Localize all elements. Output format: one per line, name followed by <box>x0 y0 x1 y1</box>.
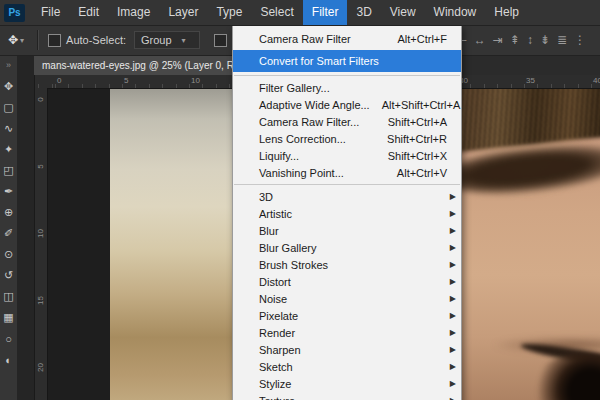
menu-item-label: Camera Raw Filter <box>259 33 385 45</box>
eraser-tool-icon[interactable]: ◫ <box>0 286 17 307</box>
menu-item-shortcut: Alt+Ctrl+V <box>397 167 447 179</box>
filter-menu-item[interactable]: Camera Raw FilterAlt+Ctrl+F <box>233 28 461 50</box>
ruler-tick-label: 0 <box>57 76 61 85</box>
ruler-tick-label: 10 <box>191 76 200 85</box>
menu-item-label: Noise <box>259 293 447 305</box>
tab-label: mans-watered-eyes.jpg @ 25% (Layer 0, RG… <box>42 60 248 71</box>
submenu-arrow-icon: ▶ <box>450 328 456 337</box>
filter-menu-item[interactable]: Camera Raw Filter...Shift+Ctrl+A <box>233 113 461 130</box>
align-vertical-centers-icon[interactable]: ↕ <box>527 34 533 46</box>
gradient-tool-icon[interactable]: ▦ <box>0 307 17 328</box>
filter-menu-item[interactable]: Blur Gallery▶ <box>233 239 461 256</box>
align-right-edges-icon[interactable]: ⇥ <box>493 34 503 46</box>
vertical-ruler[interactable]: 05101520 <box>34 88 48 400</box>
menubar-item-file[interactable]: File <box>32 0 69 25</box>
filter-menu-item[interactable]: Blur▶ <box>233 222 461 239</box>
filter-menu-item[interactable]: Vanishing Point...Alt+Ctrl+V <box>233 164 461 181</box>
filter-menu-item[interactable]: Convert for Smart Filters <box>233 50 461 72</box>
quick-selection-tool-icon[interactable]: ✦ <box>0 139 17 160</box>
menubar-item-filter[interactable]: Filter <box>303 0 348 25</box>
submenu-arrow-icon: ▶ <box>450 260 456 269</box>
filter-menu-item[interactable]: Liquify...Shift+Ctrl+X <box>233 147 461 164</box>
align-horizontal-centers-icon[interactable]: ↔ <box>474 34 486 46</box>
document-image-face-closeup <box>460 88 600 400</box>
move-tool-icon[interactable]: ✥ <box>0 76 17 97</box>
auto-select-label: Auto-Select: <box>66 34 126 46</box>
menu-item-label: Sharpen <box>259 344 447 356</box>
dodge-tool-icon[interactable]: ◐ <box>0 349 17 370</box>
collapse-panels-icon[interactable]: » <box>6 55 11 76</box>
menubar-item-3d[interactable]: 3D <box>347 0 380 25</box>
clone-stamp-tool-icon[interactable]: ⊙ <box>0 244 17 265</box>
eyedropper-tool-icon[interactable]: ✒ <box>0 181 17 202</box>
photoshop-window: 0510152025303540 05101520 »✥▢∿✦◰✒⊕✐⊙↺◫▦○… <box>0 0 600 400</box>
filter-menu-item[interactable]: Filter Gallery... <box>233 79 461 96</box>
menu-item-label: Liquify... <box>259 150 376 162</box>
auto-select-checkbox[interactable] <box>48 34 61 47</box>
submenu-arrow-icon: ▶ <box>450 379 456 388</box>
menu-item-label: Blur Gallery <box>259 242 447 254</box>
filter-menu-item[interactable]: 3D▶ <box>233 188 461 205</box>
tools-panel: »✥▢∿✦◰✒⊕✐⊙↺◫▦○◐ <box>0 55 18 400</box>
caret-down-icon: ▾ <box>20 36 24 45</box>
auto-select-mode-dropdown[interactable]: Group ▾ <box>134 31 200 49</box>
menu-item-label: Blur <box>259 225 447 237</box>
menu-item-label: 3D <box>259 191 447 203</box>
menubar: Ps FileEditImageLayerTypeSelectFilter3DV… <box>0 0 600 26</box>
blur-tool-icon[interactable]: ○ <box>0 328 17 349</box>
active-tool-indicator[interactable]: ✥ ▾ <box>0 33 30 47</box>
submenu-arrow-icon: ▶ <box>450 192 456 201</box>
menu-item-label: Texture <box>259 395 447 400</box>
menu-item-shortcut: Shift+Ctrl+X <box>388 150 447 162</box>
filter-menu-item[interactable]: Artistic▶ <box>233 205 461 222</box>
menu-item-label: Render <box>259 327 447 339</box>
filter-menu-item[interactable]: Stylize▶ <box>233 375 461 392</box>
align-bottom-edges-icon[interactable]: ⇟ <box>540 34 550 46</box>
filter-menu-item[interactable]: Sharpen▶ <box>233 341 461 358</box>
menu-item-label: Pixelate <box>259 310 447 322</box>
submenu-arrow-icon: ▶ <box>450 277 456 286</box>
show-transform-checkbox[interactable] <box>214 34 227 47</box>
filter-menu-item[interactable]: Texture▶ <box>233 392 461 400</box>
caret-down-icon: ▾ <box>182 36 186 45</box>
menubar-item-select[interactable]: Select <box>251 0 302 25</box>
ruler-tick-label: 35 <box>526 76 535 85</box>
align-top-edges-icon[interactable]: ⇞ <box>510 34 520 46</box>
menu-item-label: Brush Strokes <box>259 259 447 271</box>
history-brush-tool-icon[interactable]: ↺ <box>0 265 17 286</box>
menubar-item-layer[interactable]: Layer <box>159 0 207 25</box>
distribute-horizontal-icon[interactable]: ⋮ <box>574 34 586 46</box>
ruler-tick-label: 10 <box>36 227 45 240</box>
distribute-vertical-icon[interactable]: ≣ <box>557 34 567 46</box>
ruler-tick-label: 5 <box>124 76 128 85</box>
healing-brush-tool-icon[interactable]: ⊕ <box>0 202 17 223</box>
menubar-items: FileEditImageLayerTypeSelectFilter3DView… <box>32 0 528 25</box>
menu-item-shortcut: Shift+Ctrl+A <box>388 116 447 128</box>
menu-item-label: Camera Raw Filter... <box>259 116 376 128</box>
menubar-item-type[interactable]: Type <box>207 0 251 25</box>
align-icons-group: ⇤↔⇥⇞↕⇟≣⋮ <box>457 34 600 46</box>
filter-menu-item[interactable]: Distort▶ <box>233 273 461 290</box>
document-image-blurred-background <box>110 88 232 400</box>
menu-item-shortcut: Alt+Ctrl+F <box>397 33 447 45</box>
brush-tool-icon[interactable]: ✐ <box>0 223 17 244</box>
menubar-item-window[interactable]: Window <box>425 0 486 25</box>
filter-menu: Camera Raw FilterAlt+Ctrl+FConvert for S… <box>232 25 462 400</box>
lasso-tool-icon[interactable]: ∿ <box>0 118 17 139</box>
menubar-item-image[interactable]: Image <box>108 0 159 25</box>
marquee-tool-icon[interactable]: ▢ <box>0 97 17 118</box>
filter-menu-item[interactable]: Lens Correction...Shift+Ctrl+R <box>233 130 461 147</box>
submenu-arrow-icon: ▶ <box>450 362 456 371</box>
menubar-item-help[interactable]: Help <box>485 0 528 25</box>
filter-menu-item[interactable]: Brush Strokes▶ <box>233 256 461 273</box>
crop-tool-icon[interactable]: ◰ <box>0 160 17 181</box>
filter-menu-item[interactable]: Noise▶ <box>233 290 461 307</box>
filter-menu-item[interactable]: Pixelate▶ <box>233 307 461 324</box>
menu-separator <box>234 184 460 185</box>
menu-item-label: Vanishing Point... <box>259 167 385 179</box>
menubar-item-edit[interactable]: Edit <box>69 0 108 25</box>
filter-menu-item[interactable]: Render▶ <box>233 324 461 341</box>
menubar-item-view[interactable]: View <box>381 0 425 25</box>
filter-menu-item[interactable]: Adaptive Wide Angle...Alt+Shift+Ctrl+A <box>233 96 461 113</box>
filter-menu-item[interactable]: Sketch▶ <box>233 358 461 375</box>
